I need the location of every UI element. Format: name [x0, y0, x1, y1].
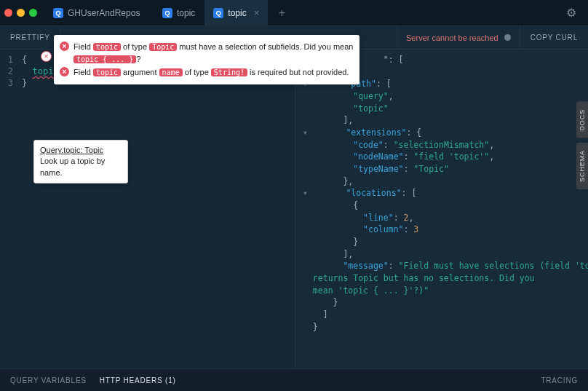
docs-tab[interactable]: DOCS	[576, 102, 588, 138]
status-dot-icon	[504, 34, 511, 41]
close-tab-icon[interactable]: ×	[254, 7, 260, 18]
copy-curl-button[interactable]: COPY CURL	[520, 26, 588, 49]
tab-1[interactable]: Q topic	[154, 0, 204, 26]
tab-label: GHUserAndRepos	[68, 8, 140, 18]
query-icon: Q	[213, 8, 223, 18]
tracing-tab[interactable]: TRACING	[541, 376, 578, 384]
query-icon: Q	[53, 8, 63, 18]
hover-tooltip: Query.topic: Topic Look up a topic by na…	[33, 140, 128, 183]
tab-2[interactable]: Q topic ×	[204, 0, 269, 26]
minimize-window-icon[interactable]	[17, 9, 25, 17]
schema-tab[interactable]: SCHEMA	[576, 143, 588, 189]
query-editor[interactable]: 123 { topic } Query.topic: Topic Look up…	[0, 50, 295, 368]
window-controls[interactable]	[4, 9, 37, 17]
query-variables-tab[interactable]: QUERY VARIABLES	[10, 376, 87, 384]
code-lines: { topic }	[22, 54, 59, 89]
line-gutter: 123	[0, 54, 17, 89]
gear-icon[interactable]: ⚙	[559, 6, 584, 20]
query-icon: Q	[162, 8, 172, 18]
close-window-icon[interactable]	[4, 9, 12, 17]
tab-0[interactable]: Q GHUserAndRepos	[44, 0, 154, 26]
error-row: × Field topic argument name of type Stri…	[60, 66, 354, 79]
connection-status: Server cannot be reached	[397, 26, 520, 49]
prettify-button[interactable]: PRETTIFY	[0, 26, 61, 49]
status-label: Server cannot be reached	[406, 33, 498, 42]
tab-strip: Q GHUserAndRepos Q topic Q topic × +	[44, 0, 559, 26]
add-tab-button[interactable]: +	[269, 0, 295, 26]
tab-label: topic	[177, 8, 195, 18]
tab-label: topic	[228, 8, 246, 18]
error-row: × Field topic of type Topic must have a …	[60, 41, 354, 65]
http-headers-tab[interactable]: HTTP HEADERS (1)	[100, 376, 176, 384]
error-panel: × × Field topic of type Topic must have …	[54, 35, 359, 84]
error-icon: ×	[60, 67, 69, 76]
maximize-window-icon[interactable]	[29, 9, 37, 17]
response-pane: ": [ ▾ { ▾ "path": [ "query", "topic" ],…	[295, 50, 588, 368]
error-icon: ×	[60, 42, 69, 51]
tooltip-desc: Look up a topic by name.	[40, 156, 122, 178]
tooltip-path: Query.topic	[40, 146, 80, 154]
close-errors-button[interactable]: ×	[41, 51, 52, 62]
tooltip-type: Topic	[84, 146, 103, 154]
